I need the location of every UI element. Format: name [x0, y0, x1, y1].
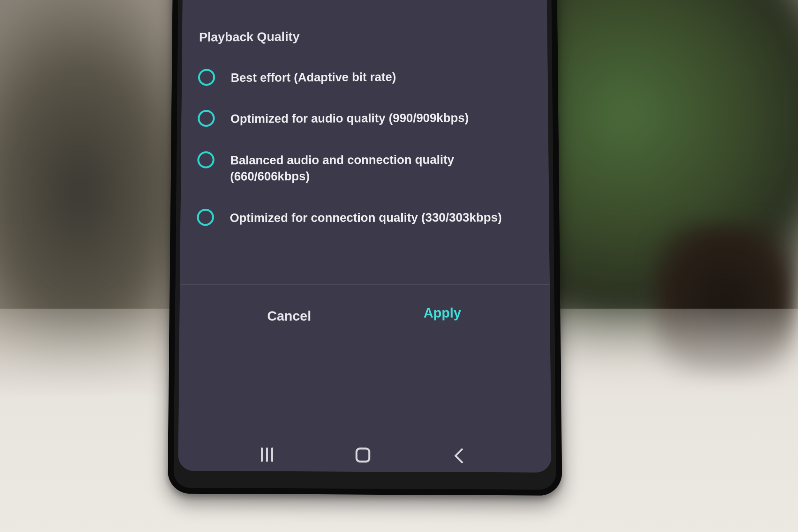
phone-frame: STEREO Playback Quality Best effort (Ada… — [168, 0, 562, 496]
quality-options-group: Best effort (Adaptive bit rate) Optimize… — [197, 67, 535, 250]
dialog-actions: Cancel Apply — [179, 303, 550, 330]
cancel-button[interactable]: Cancel — [254, 303, 324, 330]
radio-unselected-icon — [197, 110, 215, 127]
nav-back-button[interactable] — [453, 449, 468, 463]
divider — [180, 284, 550, 285]
nav-recents-button[interactable] — [261, 448, 273, 462]
section-header-playback-quality: Playback Quality — [199, 30, 299, 44]
radio-unselected-icon — [198, 69, 215, 86]
quality-option-label: Optimized for audio quality (990/909kbps… — [230, 109, 469, 127]
phone-screen: STEREO Playback Quality Best effort (Ada… — [178, 0, 552, 473]
quality-option-label: Balanced audio and connection quality (6… — [230, 150, 535, 185]
radio-unselected-icon — [197, 151, 214, 168]
quality-option-label: Optimized for connection quality (330/30… — [230, 208, 502, 227]
quality-option-connection-quality[interactable]: Optimized for connection quality (330/30… — [197, 208, 535, 226]
quality-option-best-effort[interactable]: Best effort (Adaptive bit rate) — [198, 67, 534, 86]
apply-button[interactable]: Apply — [411, 296, 474, 330]
radio-unselected-icon — [197, 209, 214, 226]
android-nav-bar — [178, 447, 551, 463]
quality-option-balanced[interactable]: Balanced audio and connection quality (6… — [197, 150, 535, 185]
nav-home-button[interactable] — [356, 448, 370, 462]
quality-option-label: Best effort (Adaptive bit rate) — [231, 68, 396, 86]
quality-option-audio-quality[interactable]: Optimized for audio quality (990/909kbps… — [197, 109, 534, 127]
